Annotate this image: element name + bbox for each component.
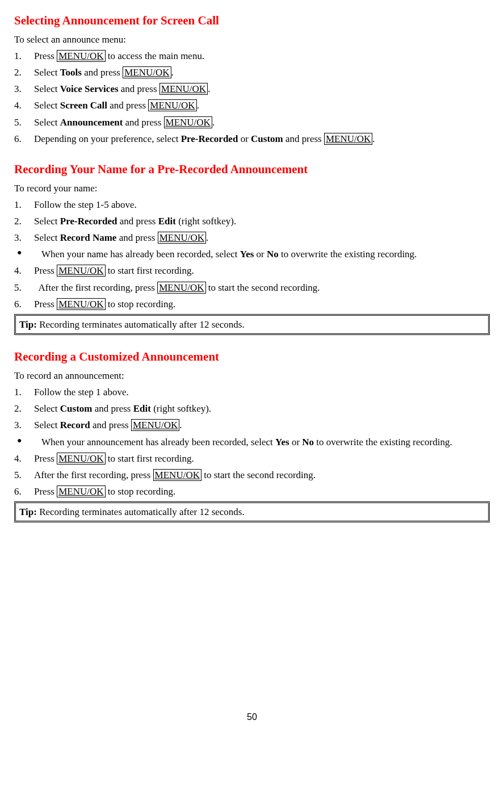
tip-text: Recording terminates automatically after… — [37, 507, 245, 517]
bold-term: Pre-Recorded — [181, 133, 238, 144]
bold-term: Yes — [275, 437, 289, 447]
step-number: 6. — [14, 131, 34, 147]
text: and press — [90, 420, 131, 430]
text: and press — [107, 100, 148, 111]
bold-term: Pre-Recorded — [60, 216, 117, 227]
step-number: 2. — [14, 401, 34, 416]
step-text: Select Custom and press Edit (right soft… — [34, 401, 490, 416]
text: to start first recording. — [106, 453, 194, 464]
text: Press — [34, 486, 57, 497]
text: . — [206, 232, 208, 243]
bullet-text: When your announcement has already been … — [37, 434, 490, 450]
text: and press — [117, 216, 158, 227]
keycap: MENU/OK — [123, 66, 171, 78]
bold-term: Record Name — [60, 232, 117, 243]
tip-text: Recording terminates automatically after… — [37, 319, 245, 330]
step: 6. Press MENU/OK to stop recording. — [14, 484, 490, 499]
keycap: MENU/OK — [131, 419, 179, 431]
step-text: Select Announcement and press MENU/OK. — [34, 115, 490, 130]
step: 3. Select Record and press MENU/OK. — [14, 417, 490, 433]
text: . — [372, 133, 375, 144]
keycap: MENU/OK — [159, 83, 208, 95]
step: 4. Press MENU/OK to start first recordin… — [14, 263, 490, 278]
keycap: MENU/OK — [153, 469, 201, 481]
text: After the first recording, press — [34, 470, 153, 480]
bullet-text: When your name has already been recorded… — [37, 246, 490, 262]
step-number: 1. — [14, 48, 34, 64]
text: to stop recording. — [106, 486, 176, 497]
step-text: Press MENU/OK to stop recording. — [34, 484, 490, 499]
bullet-item: ● When your name has already been record… — [14, 246, 490, 262]
step-list: 1. Follow the step 1 above. 2. Select Cu… — [14, 384, 490, 499]
step-text: Select Record Name and press MENU/OK. — [34, 230, 490, 245]
step-text: Select Record and press MENU/OK. — [34, 417, 490, 433]
text: Select — [34, 83, 60, 94]
bold-term: Tools — [60, 67, 82, 78]
step: 1. Follow the step 1 above. — [14, 384, 490, 400]
bullet-icon: ● — [14, 434, 37, 450]
step-number: 4. — [14, 263, 34, 278]
text: Select — [34, 117, 60, 128]
text: After the first recording, press — [34, 282, 157, 293]
step-text: Press MENU/OK to start first recording. — [34, 451, 490, 466]
bold-term: Edit — [158, 216, 176, 227]
bullet-item: ● When your announcement has already bee… — [14, 434, 490, 450]
step: 2. Select Pre-Recorded and press Edit (r… — [14, 214, 490, 229]
step-number: 6. — [14, 484, 34, 499]
bold-term: Record — [60, 420, 90, 430]
section-intro: To record an announcement: — [14, 368, 490, 383]
section-intro: To select an announce menu: — [14, 32, 490, 47]
step-text: Follow the step 1-5 above. — [34, 197, 490, 212]
text: and press — [119, 83, 159, 94]
step-text: After the first recording, press MENU/OK… — [34, 280, 490, 295]
text: or — [254, 249, 267, 259]
tip-label: Tip: — [19, 319, 37, 330]
section-heading: Recording a Customized Announcement — [14, 348, 490, 367]
text: and press — [283, 133, 324, 144]
keycap: MENU/OK — [57, 453, 105, 464]
text: Press — [34, 453, 57, 464]
keycap: MENU/OK — [57, 265, 105, 277]
text: to start the second recording. — [206, 282, 320, 293]
step-text: Follow the step 1 above. — [34, 384, 490, 400]
step: 1. Press MENU/OK to access the main menu… — [14, 48, 490, 64]
text: Depending on your preference, select — [34, 133, 181, 144]
bullet-icon: ● — [14, 246, 37, 262]
bold-term: Yes — [240, 249, 254, 259]
step-number: 3. — [14, 81, 34, 97]
step: 2. Select Tools and press MENU/OK. — [14, 65, 490, 80]
keycap: MENU/OK — [157, 282, 205, 294]
step-number: 4. — [14, 451, 34, 466]
step-text: Select Screen Call and press MENU/OK. — [34, 98, 490, 113]
text: Press — [34, 265, 57, 276]
text: . — [197, 100, 199, 111]
step-list: 1. Press MENU/OK to access the main menu… — [14, 48, 490, 147]
text: to start the second recording. — [201, 470, 316, 480]
step-text: Press MENU/OK to start first recording. — [34, 263, 490, 278]
step-number: 5. — [14, 115, 34, 130]
tip-label: Tip: — [19, 507, 37, 517]
text: and press — [116, 232, 157, 243]
step-text: Press MENU/OK to stop recording. — [34, 296, 490, 312]
bold-term: Custom — [251, 133, 283, 144]
text: When your name has already been recorded… — [41, 249, 240, 259]
text: Press — [34, 299, 57, 309]
text: Select — [34, 100, 60, 111]
step-number: 5. — [14, 467, 34, 483]
page-number: 50 — [14, 710, 490, 725]
text: (right softkey). — [176, 216, 236, 227]
tip-box: Tip: Recording terminates automatically … — [14, 501, 490, 522]
text: . — [171, 67, 174, 78]
step-number: 2. — [14, 214, 34, 229]
step: 3. Select Record Name and press MENU/OK. — [14, 230, 490, 245]
step-number: 3. — [14, 417, 34, 433]
step-text: Depending on your preference, select Pre… — [34, 131, 490, 147]
text: . — [212, 117, 215, 128]
step-number: 1. — [14, 197, 34, 212]
text: Select — [34, 67, 60, 78]
step-list: 1. Follow the step 1-5 above. 2. Select … — [14, 197, 490, 312]
step: 5. After the first recording, press MENU… — [14, 280, 490, 295]
text: to start first recording. — [106, 265, 194, 276]
step-number: 6. — [14, 296, 34, 312]
bold-term: Announcement — [60, 117, 123, 128]
